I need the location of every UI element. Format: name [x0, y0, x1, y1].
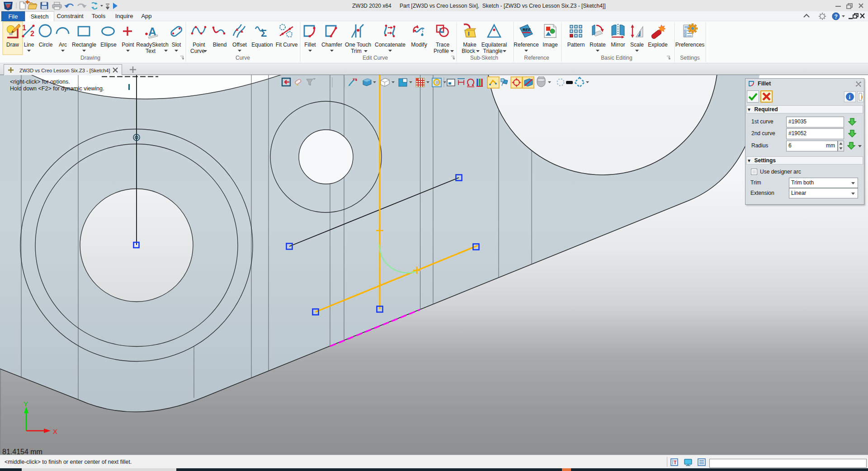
svg-text:Drawing: Drawing	[80, 55, 100, 61]
svg-text:Circle: Circle	[39, 42, 53, 48]
svg-text:One Touch: One Touch	[345, 42, 371, 48]
svg-text:?: ?	[835, 14, 838, 20]
svg-text:Scale: Scale	[630, 42, 644, 48]
svg-text:Fit Curve: Fit Curve	[276, 42, 298, 48]
svg-text:Triangle: Triangle	[483, 48, 503, 54]
svg-text:Sub-Sketch: Sub-Sketch	[470, 55, 498, 61]
svg-text:Σ: Σ	[261, 28, 267, 39]
svg-text:Fillet: Fillet	[304, 42, 316, 48]
svg-text:Preferences: Preferences	[675, 42, 705, 48]
svg-text:I: I	[468, 30, 470, 37]
svg-text:Basic Editing: Basic Editing	[601, 55, 632, 61]
svg-text:X: X	[53, 428, 57, 435]
svg-text:Reference: Reference	[514, 42, 539, 48]
svg-text:Block: Block	[462, 48, 475, 54]
svg-text:81.4154 mm: 81.4154 mm	[2, 448, 42, 455]
svg-text:Explode: Explode	[648, 42, 668, 48]
svg-text:Draw: Draw	[6, 42, 19, 48]
svg-text:2: 2	[30, 30, 34, 38]
svg-text:Slot: Slot	[172, 42, 181, 48]
svg-text:Modify: Modify	[411, 42, 427, 48]
svg-text:Rectangle: Rectangle	[72, 42, 96, 48]
svg-text:REF: REF	[523, 28, 531, 32]
svg-text:Text: Text	[146, 48, 156, 54]
svg-text:Line: Line	[24, 42, 34, 48]
svg-text:Profile: Profile	[434, 48, 449, 54]
svg-text:i: i	[849, 94, 851, 100]
svg-text:Y: Y	[24, 400, 28, 408]
svg-text:Edit Curve: Edit Curve	[363, 55, 388, 61]
svg-text:Settings: Settings	[680, 55, 699, 61]
svg-text:Image: Image	[542, 42, 558, 48]
svg-text:Offset: Offset	[232, 42, 247, 48]
svg-text:Make: Make	[463, 42, 476, 48]
svg-text:Curve: Curve	[236, 55, 250, 61]
svg-text:Ellipse: Ellipse	[100, 42, 117, 48]
svg-text:Point: Point	[193, 42, 205, 48]
svg-text:Trim: Trim	[351, 48, 362, 54]
svg-text:Concatenate: Concatenate	[375, 42, 406, 48]
svg-text:Point: Point	[122, 42, 134, 48]
svg-text:Equilateral: Equilateral	[481, 42, 507, 48]
svg-text:Arc: Arc	[59, 42, 67, 48]
svg-text:1: 1	[22, 24, 26, 32]
svg-text:ReadySketch: ReadySketch	[136, 42, 168, 48]
svg-text:Mirror: Mirror	[611, 42, 625, 48]
svg-text:Rotate: Rotate	[590, 42, 606, 48]
svg-text:Trace: Trace	[436, 42, 450, 48]
svg-text:T: T	[674, 460, 677, 465]
svg-text:Pattern: Pattern	[567, 42, 585, 48]
svg-text:Equation: Equation	[251, 42, 273, 48]
svg-text:Chamfer: Chamfer	[321, 42, 342, 48]
svg-text:Reference: Reference	[524, 55, 549, 61]
svg-text:Curve: Curve	[190, 48, 205, 54]
svg-text:Blend: Blend	[213, 42, 227, 48]
